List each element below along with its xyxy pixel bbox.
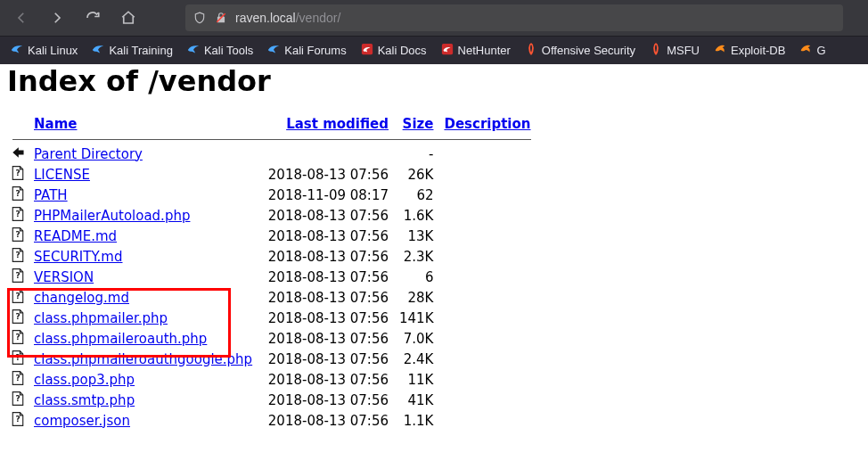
bookmark-icon	[525, 43, 537, 58]
svg-text:?: ?	[15, 312, 20, 321]
file-date: 2018-08-13 07:56	[260, 287, 394, 308]
file-date	[260, 144, 394, 164]
file-size: 1.1K	[394, 410, 438, 431]
svg-text:?: ?	[15, 169, 20, 177]
svg-text:?: ?	[15, 374, 20, 383]
file-desc	[438, 185, 536, 205]
file-size: 41K	[394, 390, 438, 410]
bookmark-label: NetHunter	[458, 44, 511, 57]
table-row: ?class.phpmaileroauth.php2018-08-13 07:5…	[7, 328, 536, 349]
bookmark-icon	[267, 43, 280, 58]
file-link[interactable]: class.phpmaileroauth.php	[34, 331, 207, 347]
table-row: ?composer.json2018-08-13 07:561.1K	[7, 410, 536, 431]
file-size: 28K	[394, 287, 438, 308]
file-date: 2018-08-13 07:56	[260, 369, 394, 390]
url-bar[interactable]: raven.local/vendor/	[185, 4, 843, 31]
insecure-lock-icon[interactable]	[214, 11, 228, 25]
bookmark-item[interactable]: Kali Docs	[356, 39, 432, 62]
bookmark-item[interactable]: Exploit-DB	[708, 39, 790, 62]
browser-toolbar: raven.local/vendor/	[0, 0, 868, 36]
svg-text:?: ?	[15, 353, 20, 362]
file-link[interactable]: README.md	[34, 228, 117, 244]
bookmark-item[interactable]: Kali Training	[86, 39, 178, 62]
bookmark-label: Kali Forums	[284, 44, 346, 57]
bookmarks-bar: Kali LinuxKali TrainingKali ToolsKali Fo…	[0, 36, 868, 64]
bookmark-item[interactable]: G	[794, 39, 831, 62]
file-date: 2018-08-13 07:56	[260, 410, 394, 431]
file-link[interactable]: class.smtp.php	[34, 392, 135, 408]
table-row: ?SECURITY.md2018-08-13 07:562.3K	[7, 246, 536, 267]
table-row: ?PATH2018-11-09 08:1762	[7, 185, 536, 205]
file-desc	[438, 246, 536, 267]
file-date: 2018-08-13 07:56	[260, 164, 394, 185]
file-link[interactable]: class.pop3.php	[34, 372, 135, 388]
bookmark-item[interactable]: Kali Linux	[5, 39, 83, 62]
file-size: 62	[394, 185, 438, 205]
bookmark-icon	[441, 43, 454, 58]
reload-button[interactable]	[78, 4, 107, 32]
file-icon: ?	[9, 164, 27, 182]
bookmark-item[interactable]: MSFU	[644, 39, 705, 62]
file-desc	[438, 267, 536, 287]
file-icon: ?	[9, 185, 27, 202]
table-row: ?class.phpmaileroauthgoogle.php2018-08-1…	[7, 349, 536, 369]
shield-icon[interactable]	[192, 11, 207, 25]
file-size: 11K	[394, 369, 438, 390]
bookmark-item[interactable]: Kali Tools	[182, 39, 258, 62]
file-desc	[438, 164, 536, 185]
file-link[interactable]: class.phpmailer.php	[34, 310, 168, 326]
file-link[interactable]: LICENSE	[34, 167, 90, 183]
file-date: 2018-08-13 07:56	[260, 390, 394, 410]
file-desc	[438, 328, 536, 349]
file-date: 2018-08-13 07:56	[260, 308, 394, 328]
table-row: ?changelog.md2018-08-13 07:5628K	[7, 287, 536, 308]
file-size: 13K	[394, 226, 438, 246]
table-row: ?README.md2018-08-13 07:5613K	[7, 226, 536, 246]
bookmark-item[interactable]: Kali Forums	[262, 39, 351, 62]
page-title: Index of /vendor	[7, 64, 861, 98]
file-link[interactable]: PHPMailerAutoload.php	[34, 208, 190, 224]
bookmark-label: Exploit-DB	[731, 44, 785, 57]
table-row: Parent Directory-	[7, 144, 536, 164]
file-size: 141K	[394, 308, 438, 328]
col-header-size[interactable]: Size	[403, 116, 434, 132]
home-button[interactable]	[114, 4, 143, 32]
svg-text:?: ?	[15, 271, 20, 280]
file-size: 26K	[394, 164, 438, 185]
bookmark-icon	[799, 43, 812, 58]
bookmark-label: G	[816, 44, 825, 57]
file-link[interactable]: PATH	[34, 187, 68, 203]
file-size: -	[394, 144, 438, 164]
bookmark-icon	[714, 43, 726, 58]
bookmark-item[interactable]: NetHunter	[436, 39, 516, 62]
bookmark-item[interactable]: Offensive Security	[520, 39, 641, 62]
file-icon: ?	[9, 328, 27, 346]
file-link[interactable]: composer.json	[34, 413, 130, 429]
file-icon: ?	[9, 349, 27, 366]
file-desc	[438, 349, 536, 369]
forward-button[interactable]	[43, 4, 71, 32]
file-link[interactable]: SECURITY.md	[34, 249, 123, 265]
file-desc	[438, 287, 536, 308]
table-row: ?class.phpmailer.php2018-08-13 07:56141K	[7, 308, 536, 328]
file-link[interactable]: changelog.md	[34, 290, 129, 306]
file-link[interactable]: VERSION	[34, 269, 94, 285]
file-date: 2018-11-09 08:17	[260, 185, 394, 205]
table-row: ?LICENSE2018-08-13 07:5626K	[7, 164, 536, 185]
svg-text:?: ?	[15, 292, 20, 300]
back-button[interactable]	[7, 4, 36, 32]
file-date: 2018-08-13 07:56	[260, 267, 394, 287]
col-header-modified[interactable]: Last modified	[286, 116, 389, 132]
file-size: 2.3K	[394, 246, 438, 267]
file-link[interactable]: class.phpmaileroauthgoogle.php	[34, 351, 252, 367]
file-icon: ?	[9, 369, 27, 387]
file-link[interactable]: Parent Directory	[34, 146, 143, 162]
file-size: 7.0K	[394, 328, 438, 349]
file-desc	[438, 410, 536, 431]
file-desc	[438, 369, 536, 390]
col-header-name[interactable]: Name	[34, 116, 77, 132]
bookmark-icon	[187, 43, 200, 58]
file-icon	[9, 144, 27, 161]
col-header-desc[interactable]: Description	[444, 116, 530, 132]
bookmark-label: Offensive Security	[542, 44, 635, 57]
